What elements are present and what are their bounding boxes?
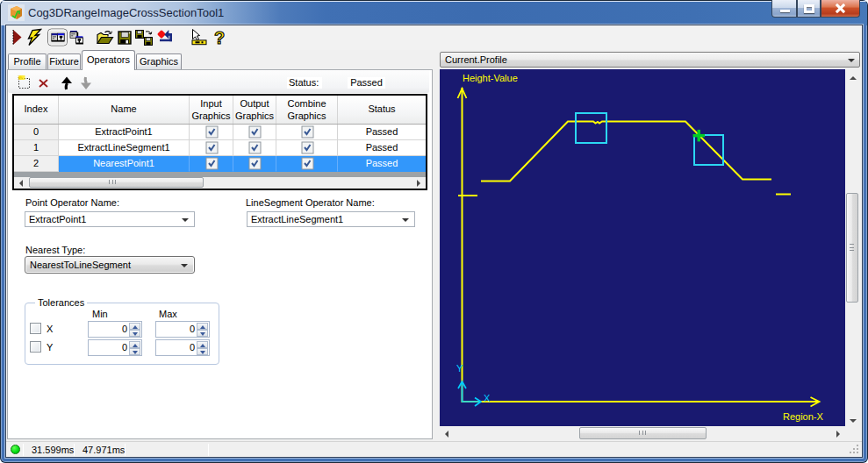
svg-text:Height-Value: Height-Value xyxy=(463,73,518,83)
svg-text:Y: Y xyxy=(456,363,463,374)
svg-text:X: X xyxy=(484,393,491,403)
svg-text:Region-X: Region-X xyxy=(783,411,824,422)
svg-text:?: ? xyxy=(214,28,225,47)
